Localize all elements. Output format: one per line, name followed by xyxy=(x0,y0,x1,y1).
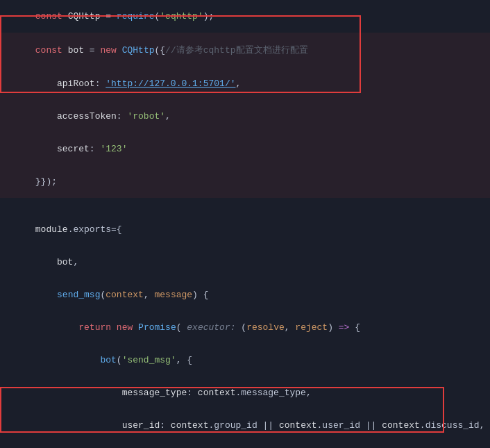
line-user-id: user_id: context.group_id || context.use… xyxy=(0,409,490,442)
line-3: apiRoot: 'http://127.0.0.1:5701/', xyxy=(0,67,490,100)
code-editor: const CQHttp = require('cqhttp'); const … xyxy=(0,0,490,448)
line-4: accessToken: 'robot', xyxy=(0,100,490,133)
line-send-msg-fn: send_msg(context, message) { xyxy=(0,279,490,311)
line-2: const bot = new CQHttp({//请参考cqhttp配置文档进… xyxy=(0,33,490,67)
line-5: secret: '123' xyxy=(0,133,490,165)
line-module-exports: module.exports={ xyxy=(0,213,490,246)
line-message-type: message_type: context.message_type, xyxy=(0,376,490,409)
line-blank xyxy=(0,198,490,213)
line-bot-send-msg: bot('send_msg', { xyxy=(0,344,490,376)
line-bot: bot, xyxy=(0,246,490,279)
line-6: }}); xyxy=(0,165,490,198)
line-1: const CQHttp = require('cqhttp'); xyxy=(0,0,490,33)
line-group-id: group_id: context.group_id || context.us… xyxy=(0,442,490,448)
line-return-promise: return new Promise( executor: (resolve, … xyxy=(0,311,490,344)
